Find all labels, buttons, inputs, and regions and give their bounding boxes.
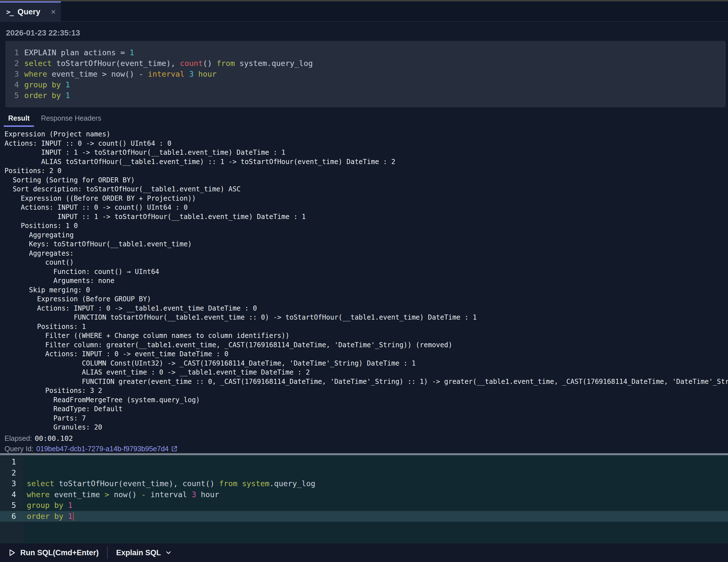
token: toStartOfHour(event_time), count() (54, 479, 219, 488)
external-link-icon (171, 445, 178, 452)
result-tabs: Result Response Headers (4, 111, 728, 127)
code-line: 1 (0, 457, 728, 468)
token: .query_log (270, 479, 316, 488)
elapsed-value: 00:00.102 (35, 434, 73, 443)
executed-sql-preview: 1EXPLAIN plan actions = 12select toStart… (5, 41, 726, 107)
token (185, 70, 189, 78)
code-line: 6order by 1 (0, 511, 728, 522)
token: EXPLAIN plan actions = (24, 48, 130, 57)
token: event_time > now() - (47, 70, 148, 78)
code-line: 3select toStartOfHour(event_time), count… (0, 478, 728, 489)
token: 1 (130, 48, 134, 57)
token: 1 (68, 501, 72, 510)
token: system (242, 479, 270, 488)
bottom-toolbar: Run SQL(Cmd+Enter) Explain SQL (0, 543, 728, 562)
line-number: 5 (0, 500, 24, 511)
tab-response-headers[interactable]: Response Headers (36, 111, 106, 127)
code-text: group by 1 (24, 79, 70, 90)
token: now() (109, 490, 141, 499)
token: select (27, 479, 54, 488)
token: order by (24, 91, 61, 100)
code-line: 4where event_time > now() - interval 3 h… (0, 489, 728, 500)
code-line: 2select toStartOfHour(event_time), count… (11, 58, 726, 69)
query-console-window: >_ Query × 2026-01-23 22:35:13 1EXPLAIN … (0, 0, 728, 562)
tab-query-label: Query (17, 7, 46, 16)
token: - (141, 490, 146, 499)
code-text (24, 457, 728, 468)
line-number: 3 (11, 69, 19, 79)
token (194, 70, 198, 78)
main-panel: 2026-01-23 22:35:13 1EXPLAIN plan action… (0, 22, 728, 453)
sql-editor[interactable]: 123select toStartOfHour(event_time), cou… (0, 455, 728, 543)
token (63, 512, 68, 521)
token (61, 91, 65, 100)
chevron-down-icon (165, 549, 172, 556)
code-text: where event_time > now() - interval 3 ho… (24, 489, 728, 500)
code-text (24, 468, 728, 479)
token: > (105, 490, 109, 499)
code-line: 2 (0, 468, 728, 479)
code-line: 5order by 1 (11, 90, 726, 101)
token: 3 (192, 490, 196, 499)
tab-query[interactable]: >_ Query × (0, 1, 61, 21)
line-number: 1 (0, 457, 24, 468)
toolbar-divider (107, 547, 108, 559)
query-id-row: Query Id: 019beb47-dcb1-7279-a14b-f9793b… (0, 445, 728, 453)
pane-resize-handle[interactable] (0, 453, 728, 455)
token: group by (24, 80, 61, 89)
explain-sql-label: Explain SQL (116, 548, 161, 557)
code-line: 1EXPLAIN plan actions = 1 (11, 47, 726, 58)
line-number: 5 (11, 90, 19, 101)
close-icon[interactable]: × (51, 8, 56, 16)
run-sql-button[interactable]: Run SQL(Cmd+Enter) (7, 548, 99, 557)
line-number: 6 (0, 511, 24, 522)
text-cursor (73, 512, 74, 521)
query-id-link[interactable]: 019beb47-dcb1-7279-a14b-f9793b95e7d4 (36, 445, 178, 453)
line-number: 4 (11, 79, 19, 90)
line-number: 1 (11, 47, 19, 58)
code-text: select toStartOfHour(event_time), count(… (24, 58, 313, 69)
code-line: 3where event_time > now() - interval 3 h… (11, 69, 726, 79)
code-text: EXPLAIN plan actions = 1 (24, 47, 134, 58)
elapsed-label: Elapsed: (5, 434, 32, 443)
token: select (24, 59, 52, 68)
code-text: select toStartOfHour(event_time), count(… (24, 478, 728, 489)
play-icon (7, 548, 16, 557)
line-number: 4 (0, 489, 24, 500)
token (61, 80, 65, 89)
code-text: order by 1 (24, 90, 70, 101)
terminal-icon: >_ (6, 8, 13, 16)
token: system.query_log (235, 59, 313, 68)
token: interval (146, 490, 192, 499)
token: interval (148, 70, 185, 78)
code-text: where event_time > now() - interval 3 ho… (24, 69, 217, 79)
explain-plan-output: Expression (Project names) Actions: INPU… (0, 130, 728, 432)
token: hour (198, 70, 217, 78)
explain-sql-button[interactable]: Explain SQL (116, 548, 172, 557)
query-id-label: Query Id: (5, 445, 34, 453)
token: 1 (68, 512, 72, 521)
token: toStartOfHour(event_time), (52, 59, 180, 68)
token: group by (27, 501, 63, 510)
run-sql-label: Run SQL(Cmd+Enter) (20, 548, 99, 557)
line-number: 2 (11, 58, 19, 69)
token: where (24, 70, 47, 78)
code-line: 4group by 1 (11, 79, 726, 90)
token: from (217, 59, 235, 68)
query-id-value: 019beb47-dcb1-7279-a14b-f9793b95e7d4 (36, 445, 169, 453)
token: event_time (50, 490, 105, 499)
code-line: 5group by 1 (0, 500, 728, 511)
token: () (203, 59, 217, 68)
token: 1 (65, 91, 70, 100)
token (238, 479, 242, 488)
tab-bar: >_ Query × (0, 1, 728, 22)
code-text: group by 1 (24, 500, 728, 511)
code-text: order by 1 (24, 511, 728, 522)
token: count (180, 59, 203, 68)
query-timestamp: 2026-01-23 22:35:13 (6, 28, 728, 37)
token: order by (27, 512, 63, 521)
elapsed-row: Elapsed: 00:00.102 (0, 434, 728, 443)
line-number: 2 (0, 468, 24, 479)
token: from (219, 479, 238, 488)
tab-result[interactable]: Result (4, 111, 34, 127)
